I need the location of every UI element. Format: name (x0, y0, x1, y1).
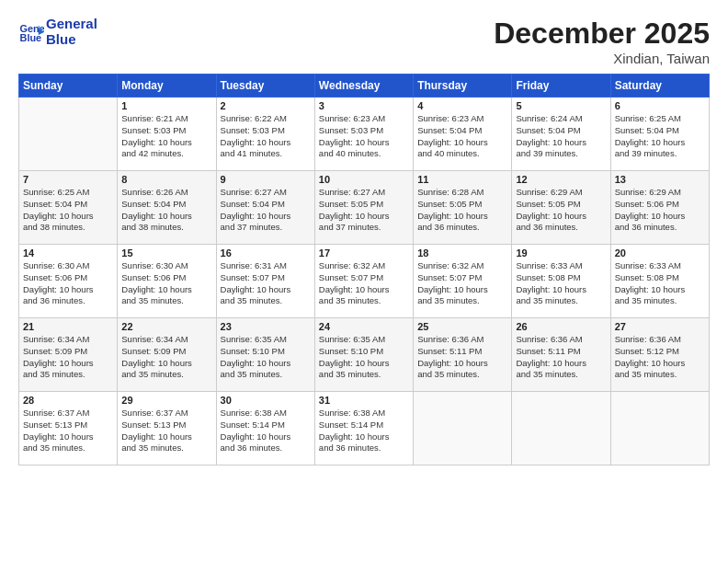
cell-info: Sunrise: 6:31 AM Sunset: 5:07 PM Dayligh… (221, 260, 311, 307)
calendar-cell: 31Sunrise: 6:38 AM Sunset: 5:14 PM Dayli… (314, 392, 413, 465)
day-number: 31 (319, 395, 409, 406)
calendar-cell: 24Sunrise: 6:35 AM Sunset: 5:10 PM Dayli… (314, 318, 413, 392)
calendar-cell: 7Sunrise: 6:25 AM Sunset: 5:04 PM Daylig… (19, 171, 118, 245)
location: Xindian, Taiwan (494, 51, 710, 66)
day-number: 7 (23, 174, 113, 185)
calendar-cell (19, 98, 118, 171)
day-number: 16 (221, 247, 311, 259)
cell-info: Sunrise: 6:23 AM Sunset: 5:04 PM Dayligh… (417, 113, 507, 160)
cell-info: Sunrise: 6:21 AM Sunset: 5:03 PM Dayligh… (121, 113, 211, 160)
calendar-cell (414, 392, 512, 465)
calendar-cell (610, 392, 709, 465)
cell-info: Sunrise: 6:29 AM Sunset: 5:05 PM Dayligh… (516, 187, 606, 234)
cell-info: Sunrise: 6:25 AM Sunset: 5:04 PM Dayligh… (23, 187, 113, 234)
calendar-cell: 27Sunrise: 6:36 AM Sunset: 5:12 PM Dayli… (610, 318, 709, 392)
calendar-cell: 14Sunrise: 6:30 AM Sunset: 5:06 PM Dayli… (19, 245, 118, 318)
day-number: 2 (221, 100, 311, 111)
calendar-table: SundayMondayTuesdayWednesdayThursdayFrid… (18, 74, 710, 465)
calendar-cell (512, 392, 610, 465)
header-day-wednesday: Wednesday (314, 75, 413, 98)
cell-info: Sunrise: 6:35 AM Sunset: 5:10 PM Dayligh… (319, 334, 409, 381)
week-row-2: 7Sunrise: 6:25 AM Sunset: 5:04 PM Daylig… (19, 171, 710, 245)
cell-info: Sunrise: 6:26 AM Sunset: 5:04 PM Dayligh… (121, 187, 211, 234)
logo-icon: General Blue (18, 19, 44, 45)
calendar-cell: 9Sunrise: 6:27 AM Sunset: 5:04 PM Daylig… (216, 171, 314, 245)
cell-info: Sunrise: 6:32 AM Sunset: 5:07 PM Dayligh… (319, 260, 409, 307)
header-day-thursday: Thursday (414, 75, 512, 98)
cell-info: Sunrise: 6:25 AM Sunset: 5:04 PM Dayligh… (615, 113, 705, 160)
calendar-cell: 30Sunrise: 6:38 AM Sunset: 5:14 PM Dayli… (216, 392, 314, 465)
calendar-cell: 4Sunrise: 6:23 AM Sunset: 5:04 PM Daylig… (414, 98, 512, 171)
header-day-friday: Friday (512, 75, 610, 98)
day-number: 21 (23, 321, 113, 332)
cell-info: Sunrise: 6:36 AM Sunset: 5:11 PM Dayligh… (516, 334, 606, 381)
calendar-cell: 26Sunrise: 6:36 AM Sunset: 5:11 PM Dayli… (512, 318, 610, 392)
cell-info: Sunrise: 6:28 AM Sunset: 5:05 PM Dayligh… (417, 187, 507, 234)
day-number: 9 (221, 174, 311, 185)
calendar-cell: 15Sunrise: 6:30 AM Sunset: 5:06 PM Dayli… (118, 245, 216, 318)
cell-info: Sunrise: 6:27 AM Sunset: 5:05 PM Dayligh… (319, 187, 409, 234)
day-number: 4 (417, 100, 507, 111)
week-row-3: 14Sunrise: 6:30 AM Sunset: 5:06 PM Dayli… (19, 245, 710, 318)
day-number: 23 (221, 321, 311, 332)
day-number: 12 (516, 174, 606, 185)
calendar-header: SundayMondayTuesdayWednesdayThursdayFrid… (19, 75, 710, 98)
day-number: 30 (221, 395, 311, 406)
month-title: December 2025 (494, 17, 710, 51)
day-number: 26 (516, 321, 606, 332)
calendar-cell: 20Sunrise: 6:33 AM Sunset: 5:08 PM Dayli… (610, 245, 709, 318)
cell-info: Sunrise: 6:29 AM Sunset: 5:06 PM Dayligh… (615, 187, 705, 234)
day-number: 27 (615, 321, 705, 332)
day-number: 18 (417, 247, 507, 259)
cell-info: Sunrise: 6:37 AM Sunset: 5:13 PM Dayligh… (23, 408, 113, 454)
logo-text-blue: Blue (46, 32, 97, 48)
cell-info: Sunrise: 6:24 AM Sunset: 5:04 PM Dayligh… (516, 113, 606, 160)
header-day-saturday: Saturday (610, 75, 709, 98)
day-number: 8 (121, 174, 211, 185)
title-block: December 2025 Xindian, Taiwan (494, 17, 710, 66)
header-day-sunday: Sunday (19, 75, 118, 98)
cell-info: Sunrise: 6:34 AM Sunset: 5:09 PM Dayligh… (121, 334, 211, 381)
calendar-cell: 25Sunrise: 6:36 AM Sunset: 5:11 PM Dayli… (414, 318, 512, 392)
cell-info: Sunrise: 6:36 AM Sunset: 5:12 PM Dayligh… (615, 334, 705, 381)
calendar-cell: 12Sunrise: 6:29 AM Sunset: 5:05 PM Dayli… (512, 171, 610, 245)
cell-info: Sunrise: 6:33 AM Sunset: 5:08 PM Dayligh… (516, 260, 606, 307)
cell-info: Sunrise: 6:32 AM Sunset: 5:07 PM Dayligh… (417, 260, 507, 307)
logo-text-general: General (46, 17, 97, 32)
calendar-cell: 19Sunrise: 6:33 AM Sunset: 5:08 PM Dayli… (512, 245, 610, 318)
calendar-cell: 1Sunrise: 6:21 AM Sunset: 5:03 PM Daylig… (118, 98, 216, 171)
calendar-cell: 23Sunrise: 6:35 AM Sunset: 5:10 PM Dayli… (216, 318, 314, 392)
calendar-cell: 22Sunrise: 6:34 AM Sunset: 5:09 PM Dayli… (118, 318, 216, 392)
day-number: 3 (319, 100, 409, 111)
calendar-cell: 29Sunrise: 6:37 AM Sunset: 5:13 PM Dayli… (118, 392, 216, 465)
cell-info: Sunrise: 6:34 AM Sunset: 5:09 PM Dayligh… (23, 334, 113, 381)
cell-info: Sunrise: 6:33 AM Sunset: 5:08 PM Dayligh… (615, 260, 705, 307)
calendar-cell: 3Sunrise: 6:23 AM Sunset: 5:03 PM Daylig… (314, 98, 413, 171)
day-number: 6 (615, 100, 705, 111)
calendar-cell: 2Sunrise: 6:22 AM Sunset: 5:03 PM Daylig… (216, 98, 314, 171)
day-number: 13 (615, 174, 705, 185)
header-row-days: SundayMondayTuesdayWednesdayThursdayFrid… (19, 75, 710, 98)
calendar-cell: 6Sunrise: 6:25 AM Sunset: 5:04 PM Daylig… (610, 98, 709, 171)
day-number: 24 (319, 321, 409, 332)
day-number: 28 (23, 395, 113, 406)
day-number: 29 (121, 395, 211, 406)
calendar-cell: 28Sunrise: 6:37 AM Sunset: 5:13 PM Dayli… (19, 392, 118, 465)
day-number: 19 (516, 247, 606, 259)
header-day-tuesday: Tuesday (216, 75, 314, 98)
calendar-cell: 18Sunrise: 6:32 AM Sunset: 5:07 PM Dayli… (414, 245, 512, 318)
day-number: 15 (121, 247, 211, 259)
calendar-cell: 8Sunrise: 6:26 AM Sunset: 5:04 PM Daylig… (118, 171, 216, 245)
calendar-cell: 21Sunrise: 6:34 AM Sunset: 5:09 PM Dayli… (19, 318, 118, 392)
calendar-cell: 13Sunrise: 6:29 AM Sunset: 5:06 PM Dayli… (610, 171, 709, 245)
week-row-5: 28Sunrise: 6:37 AM Sunset: 5:13 PM Dayli… (19, 392, 710, 465)
header-row: General Blue General Blue December 2025 … (18, 17, 710, 66)
cell-info: Sunrise: 6:22 AM Sunset: 5:03 PM Dayligh… (221, 113, 311, 160)
day-number: 10 (319, 174, 409, 185)
cell-info: Sunrise: 6:23 AM Sunset: 5:03 PM Dayligh… (319, 113, 409, 160)
day-number: 5 (516, 100, 606, 111)
header-day-monday: Monday (118, 75, 216, 98)
svg-text:Blue: Blue (20, 32, 42, 43)
cell-info: Sunrise: 6:37 AM Sunset: 5:13 PM Dayligh… (121, 408, 211, 454)
day-number: 14 (23, 247, 113, 259)
